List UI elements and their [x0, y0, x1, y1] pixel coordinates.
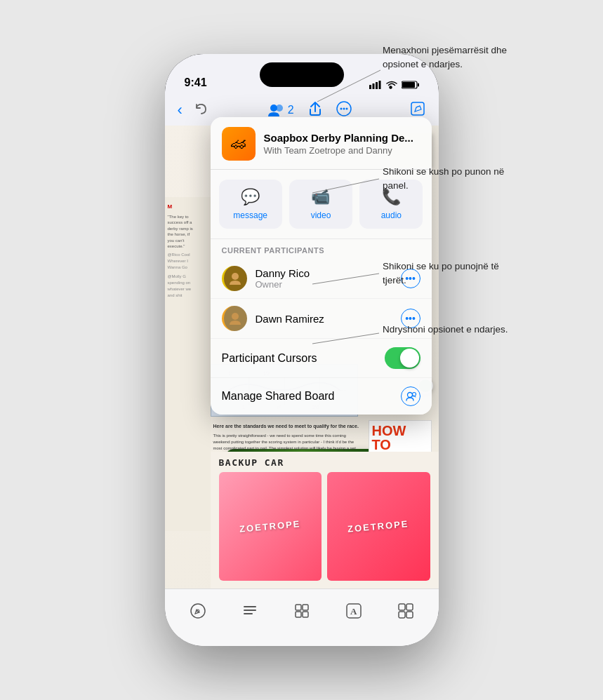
svg-point-24: [232, 313, 239, 320]
dawn-name: Dawn Ramirez: [256, 313, 392, 325]
manage-icon: [401, 386, 420, 406]
video-icon: 📹: [311, 188, 330, 206]
participant-row-dawn: Dawn Ramirez •••: [211, 299, 432, 339]
danny-name: Danny Rico: [256, 267, 392, 279]
manage-shared-board-row[interactable]: Manage Shared Board: [211, 378, 432, 415]
action-buttons-row: 💬 message 📹 video 📞 audio: [211, 170, 432, 239]
video-label: video: [311, 210, 331, 220]
manage-label: Manage Shared Board: [222, 390, 401, 403]
share-popup: 🏎 Soapbox Derby Planning De... With Team…: [211, 117, 432, 415]
participant-cursors-toggle[interactable]: [385, 347, 420, 369]
danny-menu-button[interactable]: •••: [401, 269, 420, 288]
toggle-label: Participant Cursors: [222, 352, 385, 365]
message-icon: 💬: [241, 188, 260, 206]
video-button[interactable]: 📹 video: [289, 180, 352, 229]
danny-info: Danny Rico Owner: [256, 267, 392, 290]
phone-frame: 9:41: [165, 54, 439, 646]
danny-role: Owner: [256, 279, 392, 290]
message-button[interactable]: 💬 message: [219, 180, 282, 229]
participants-section: CURRENT PARTICIPANTS Danny Rico Owner: [211, 239, 432, 415]
popup-subtitle: With Team Zoetrope and Danny: [264, 145, 413, 156]
svg-point-25: [407, 393, 412, 398]
popup-overlay: 🏎 Soapbox Derby Planning De... With Team…: [165, 54, 439, 646]
dawn-info: Dawn Ramirez: [256, 313, 392, 325]
svg-point-26: [412, 393, 416, 396]
popup-header: 🏎 Soapbox Derby Planning De... With Team…: [211, 117, 432, 170]
board-avatar: 🏎: [222, 127, 256, 161]
dawn-menu-button[interactable]: •••: [401, 309, 420, 328]
participant-cursors-row: Participant Cursors: [211, 339, 432, 378]
participants-header: CURRENT PARTICIPANTS: [211, 239, 432, 259]
participant-row-danny: Danny Rico Owner •••: [211, 259, 432, 299]
svg-point-23: [232, 273, 239, 280]
audio-button[interactable]: 📞 audio: [359, 180, 423, 229]
phone-screen: 9:41: [165, 54, 439, 646]
danny-avatar: [222, 266, 247, 291]
message-label: message: [233, 210, 267, 220]
toggle-knob: [400, 349, 419, 368]
dawn-avatar: [222, 306, 247, 331]
audio-icon: 📞: [382, 188, 401, 206]
popup-title: Soapbox Derby Planning De...: [264, 132, 413, 144]
audio-label: audio: [381, 210, 402, 220]
popup-title-info: Soapbox Derby Planning De... With Team Z…: [264, 132, 413, 156]
